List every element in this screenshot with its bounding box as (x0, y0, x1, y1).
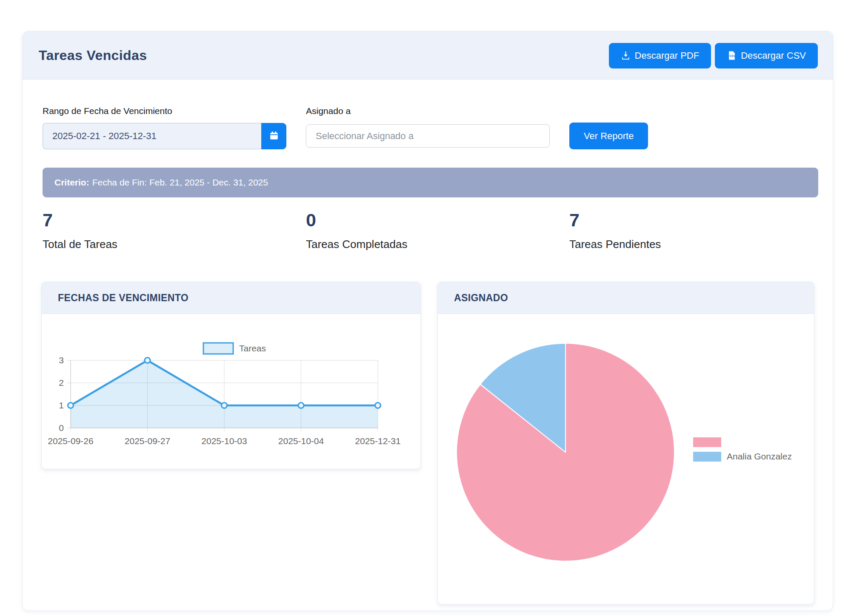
svg-text:1: 1 (59, 400, 64, 410)
assignee-chart-card: ASIGNADO Analia Gonzalez (437, 282, 814, 605)
svg-text:2025-12-31: 2025-12-31 (355, 436, 400, 446)
date-range-group (43, 123, 286, 149)
pie-legend-item-unassigned[interactable] (693, 437, 727, 447)
stat-pending: 7 Tareas Pendientes (569, 210, 782, 251)
criteria-prefix: Criterio: (54, 177, 89, 188)
assignee-label: Asignado a (306, 106, 351, 116)
report-card-header: Tareas Vencidas Descargar PDF CSV Descar… (23, 31, 833, 80)
due-dates-chart-card: FECHAS DE VENCIMIENTO 01232025-09-262025… (41, 282, 421, 469)
due-dates-line-chart: 01232025-09-262025-09-272025-10-032025-1… (45, 337, 411, 456)
download-pdf-label: Descargar PDF (635, 50, 700, 61)
csv-file-icon: CSV (727, 51, 737, 60)
due-dates-card-title: FECHAS DE VENCIMIENTO (58, 292, 188, 304)
report-card: Tareas Vencidas Descargar PDF CSV Descar… (22, 31, 833, 611)
date-range-label: Rango de Fecha de Vencimiento (43, 106, 172, 116)
stat-completed-value: 0 (306, 210, 519, 230)
download-csv-button[interactable]: CSV Descargar CSV (715, 43, 818, 68)
assignee-card-header: ASIGNADO (438, 282, 814, 314)
assignee-card-title: ASIGNADO (454, 292, 508, 304)
overdue-tasks-page: Tareas Vencidas Descargar PDF CSV Descar… (0, 0, 851, 616)
svg-text:2025-10-03: 2025-10-03 (201, 436, 247, 446)
calendar-icon (268, 130, 280, 143)
pie-legend-item-analia[interactable]: Analia Gonzalez (693, 451, 792, 462)
stat-pending-value: 7 (569, 210, 782, 230)
svg-text:3: 3 (59, 355, 64, 365)
download-pdf-button[interactable]: Descargar PDF (609, 43, 711, 68)
svg-text:2025-09-26: 2025-09-26 (48, 436, 93, 446)
header-actions: Descargar PDF CSV Descargar CSV (609, 31, 818, 80)
svg-text:CSV: CSV (730, 54, 736, 57)
download-icon (621, 51, 631, 60)
stat-total-label: Total de Tareas (43, 238, 255, 251)
svg-text:0: 0 (59, 423, 64, 433)
stat-total: 7 Total de Tareas (43, 210, 255, 251)
stat-pending-label: Tareas Pendientes (569, 238, 782, 251)
page-title: Tareas Vencidas (39, 31, 147, 80)
calendar-button[interactable] (261, 123, 286, 149)
download-csv-label: Descargar CSV (741, 50, 806, 61)
pie-legend-label-analia: Analia Gonzalez (727, 451, 792, 462)
pie-legend-swatch-pink (693, 437, 721, 447)
due-dates-card-header: FECHAS DE VENCIMIENTO (42, 282, 420, 314)
stat-completed: 0 Tareas Completadas (306, 210, 519, 251)
view-report-button[interactable]: Ver Reporte (569, 123, 648, 149)
svg-text:2025-10-04: 2025-10-04 (278, 436, 324, 446)
assignee-pie-chart (451, 337, 680, 567)
svg-text:Tareas: Tareas (239, 343, 266, 353)
stat-total-value: 7 (43, 210, 255, 230)
criteria-text: Fecha de Fin: Feb. 21, 2025 - Dec. 31, 2… (92, 177, 268, 188)
svg-text:2: 2 (59, 378, 64, 388)
assignee-input[interactable] (306, 124, 550, 148)
stat-completed-label: Tareas Completadas (306, 238, 519, 251)
svg-text:2025-09-27: 2025-09-27 (125, 436, 170, 446)
date-range-input[interactable] (43, 123, 261, 149)
pie-legend-swatch-blue (693, 452, 721, 462)
criteria-banner: Criterio: Fecha de Fin: Feb. 21, 2025 - … (43, 168, 818, 197)
